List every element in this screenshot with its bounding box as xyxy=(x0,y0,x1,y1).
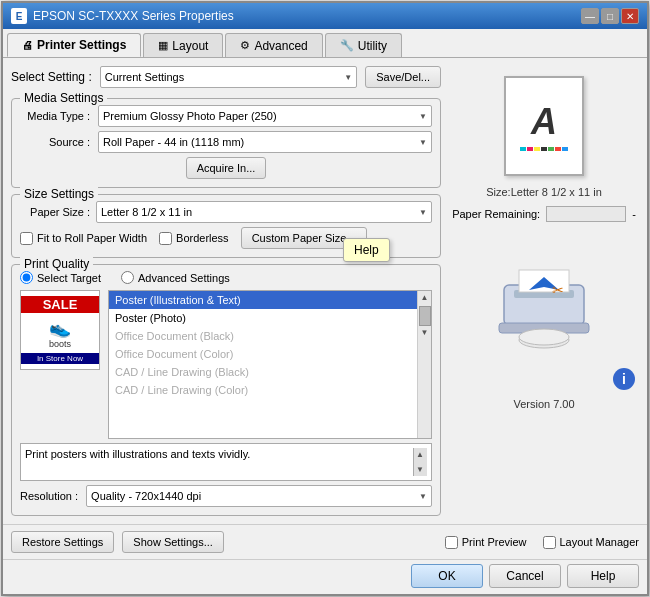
tab-printer-settings-label: Printer Settings xyxy=(37,38,126,52)
svg-point-7 xyxy=(519,329,569,345)
advanced-settings-radio[interactable] xyxy=(121,271,134,284)
select-setting-value: Current Settings xyxy=(105,71,184,83)
restore-settings-button[interactable]: Restore Settings xyxy=(11,531,114,553)
tab-utility[interactable]: 🔧 Utility xyxy=(325,33,402,57)
media-type-row: Media Type : Premium Glossy Photo Paper … xyxy=(20,105,432,127)
print-preview-label: Print Preview xyxy=(462,536,527,548)
color-black xyxy=(541,147,547,151)
source-value: Roll Paper - 44 in (1118 mm) xyxy=(103,136,244,148)
source-arrow: ▼ xyxy=(419,138,427,147)
tab-utility-label: Utility xyxy=(358,39,387,53)
resolution-row: Resolution : Quality - 720x1440 dpi ▼ xyxy=(20,485,432,507)
resolution-value: Quality - 720x1440 dpi xyxy=(91,490,201,502)
right-panel: A Size:Letter 8 1/2 x 11 in Paper Remain… xyxy=(449,66,639,516)
layout-icon: ▦ xyxy=(158,39,168,52)
utility-icon: 🔧 xyxy=(340,39,354,52)
paper-size-value: Letter 8 1/2 x 11 in xyxy=(101,206,192,218)
ok-button[interactable]: OK xyxy=(411,564,483,588)
list-item-5[interactable]: CAD / Line Drawing (Color) xyxy=(109,381,417,399)
paper-remaining-label: Paper Remaining: xyxy=(452,208,540,220)
color-cyan xyxy=(520,147,526,151)
resolution-dropdown[interactable]: Quality - 720x1440 dpi ▼ xyxy=(86,485,432,507)
list-item-3[interactable]: Office Document (Color) xyxy=(109,345,417,363)
epson-icon: E xyxy=(11,8,27,24)
paper-size-label: Paper Size : xyxy=(20,206,90,218)
paper-colors xyxy=(520,147,568,151)
minimize-button[interactable]: — xyxy=(581,8,599,24)
scroll-down-arrow[interactable]: ▼ xyxy=(419,326,431,339)
color-green xyxy=(548,147,554,151)
description-scrollbar[interactable]: ▲ ▼ xyxy=(413,448,427,476)
close-button[interactable]: ✕ xyxy=(621,8,639,24)
tab-printer-settings[interactable]: 🖨 Printer Settings xyxy=(7,33,141,57)
advanced-icon: ⚙ xyxy=(240,39,250,52)
info-icon[interactable]: i xyxy=(613,368,635,390)
source-dropdown[interactable]: Roll Paper - 44 in (1118 mm) ▼ xyxy=(98,131,432,153)
save-del-button[interactable]: Save/Del... xyxy=(365,66,441,88)
fit-to-roll-label: Fit to Roll Paper Width xyxy=(37,232,147,244)
content-area: Select Setting : Current Settings ▼ Save… xyxy=(3,58,647,524)
borderless-label: Borderless xyxy=(176,232,229,244)
layout-manager-item: Layout Manager xyxy=(543,536,640,549)
media-type-label: Media Type : xyxy=(20,110,90,122)
title-bar-left: E EPSON SC-TXXXX Series Properties xyxy=(11,8,234,24)
sale-store-text: In Store Now xyxy=(21,353,99,364)
scroll-thumb[interactable] xyxy=(419,306,431,326)
media-settings-group: Media Settings Media Type : Premium Glos… xyxy=(11,98,441,188)
quality-content: SALE 👟 boots In Store Now Poster (Illust… xyxy=(20,290,432,439)
main-window: E EPSON SC-TXXXX Series Properties — □ ✕… xyxy=(1,1,649,596)
select-setting-dropdown[interactable]: Current Settings ▼ xyxy=(100,66,357,88)
print-quality-title: Print Quality xyxy=(20,257,93,271)
acquire-info-button[interactable]: Acquire In... xyxy=(186,157,267,179)
quality-list-scrollbar[interactable]: ▲ ▼ xyxy=(417,291,431,438)
select-setting-row: Select Setting : Current Settings ▼ Save… xyxy=(11,66,441,88)
svg-text:✂: ✂ xyxy=(552,282,564,298)
media-type-dropdown[interactable]: Premium Glossy Photo Paper (250) ▼ xyxy=(98,105,432,127)
borderless-checkbox[interactable] xyxy=(159,232,172,245)
color-yellow xyxy=(534,147,540,151)
select-target-radio[interactable] xyxy=(20,271,33,284)
paper-size-arrow: ▼ xyxy=(419,208,427,217)
info-icon-container: i xyxy=(613,368,635,390)
desc-scroll-up[interactable]: ▲ xyxy=(414,448,427,461)
help-tooltip-text: Help xyxy=(354,243,379,257)
maximize-button[interactable]: □ xyxy=(601,8,619,24)
color-red xyxy=(555,147,561,151)
fit-to-roll-checkbox[interactable] xyxy=(20,232,33,245)
print-preview-checkbox[interactable] xyxy=(445,536,458,549)
select-target-radio-item: Select Target xyxy=(20,271,101,284)
bottom-left: Restore Settings Show Settings... xyxy=(11,531,224,553)
select-target-label: Select Target xyxy=(37,272,101,284)
tab-layout[interactable]: ▦ Layout xyxy=(143,33,223,57)
size-settings-title: Size Settings xyxy=(20,187,98,201)
help-button[interactable]: Help xyxy=(567,564,639,588)
bottom-bar: Restore Settings Show Settings... Print … xyxy=(3,524,647,559)
tab-advanced-label: Advanced xyxy=(254,39,307,53)
quality-header: Select Target Advanced Settings xyxy=(20,271,432,284)
help-tooltip: Help xyxy=(343,238,390,262)
tab-advanced[interactable]: ⚙ Advanced xyxy=(225,33,322,57)
cancel-button[interactable]: Cancel xyxy=(489,564,561,588)
paper-preview: A xyxy=(504,76,584,176)
show-settings-button[interactable]: Show Settings... xyxy=(122,531,224,553)
layout-manager-label: Layout Manager xyxy=(560,536,640,548)
version-text: Version 7.00 xyxy=(513,398,574,410)
paper-size-display: Size:Letter 8 1/2 x 11 in xyxy=(486,186,602,198)
list-item-4[interactable]: CAD / Line Drawing (Black) xyxy=(109,363,417,381)
quality-list-container: Poster (Illustration & Text) Poster (Pho… xyxy=(108,290,432,439)
desc-scroll-down[interactable]: ▼ xyxy=(414,463,427,476)
resolution-arrow: ▼ xyxy=(419,492,427,501)
resolution-label: Resolution : xyxy=(20,490,78,502)
paper-size-dropdown[interactable]: Letter 8 1/2 x 11 in ▼ xyxy=(96,201,432,223)
printer-svg: ✂ xyxy=(484,235,604,355)
layout-manager-checkbox[interactable] xyxy=(543,536,556,549)
title-bar: E EPSON SC-TXXXX Series Properties — □ ✕ xyxy=(3,3,647,29)
sale-image: SALE 👟 boots In Store Now xyxy=(20,290,100,370)
list-item-2[interactable]: Office Document (Black) xyxy=(109,327,417,345)
list-item-0[interactable]: Poster (Illustration & Text) xyxy=(109,291,417,309)
scroll-up-arrow[interactable]: ▲ xyxy=(419,291,431,304)
advanced-settings-label: Advanced Settings xyxy=(138,272,230,284)
tab-bar: 🖨 Printer Settings ▦ Layout ⚙ Advanced 🔧… xyxy=(3,29,647,58)
list-item-1[interactable]: Poster (Photo) xyxy=(109,309,417,327)
paper-remaining-row: Paper Remaining: - xyxy=(452,206,636,222)
